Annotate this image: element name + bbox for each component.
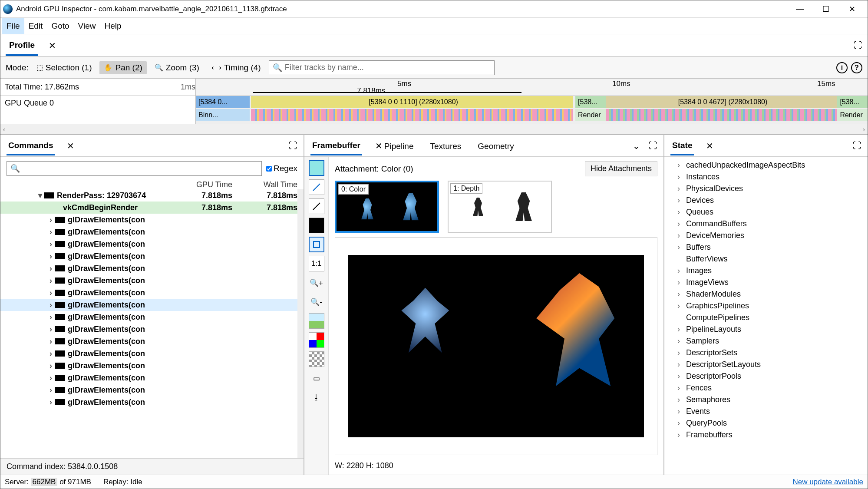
tool-fit-icon[interactable] — [309, 237, 324, 252]
state-item[interactable]: Instances — [664, 171, 868, 183]
gpu-queue-track[interactable]: [5384 0... Binn... [5384 0 0 1110] (2280… — [196, 96, 868, 124]
state-item[interactable]: Fences — [664, 382, 868, 394]
command-row[interactable]: glDrawElements(con — [0, 214, 304, 226]
tool-zoom-out-icon[interactable]: 🔍- — [309, 294, 324, 310]
tool-histogram-icon[interactable] — [309, 313, 324, 329]
expand-center-icon[interactable] — [649, 141, 657, 151]
command-row[interactable]: glDrawElements(con — [0, 238, 304, 250]
filter-tracks-input[interactable]: 🔍Filter tracks by name... — [269, 60, 495, 75]
commands-list[interactable]: RenderPass: 129703674 7.818ms7.818ms vkC… — [0, 189, 304, 458]
state-item[interactable]: cachedUnpackedImageAspectBits — [664, 159, 868, 171]
help-icon[interactable]: ? — [851, 62, 862, 73]
state-item[interactable]: QueryPools — [664, 417, 868, 429]
timeline-scrollbar[interactable]: ‹› — [0, 124, 868, 134]
expand-state-icon[interactable] — [853, 141, 861, 151]
mode-zoom[interactable]: 🔍Zoom (3) — [150, 61, 204, 74]
commands-search-input[interactable]: 🔍 — [7, 161, 262, 176]
commands-scrollbar[interactable] — [297, 189, 304, 458]
command-row[interactable]: glDrawElements(con — [0, 372, 304, 384]
seg-render2[interactable]: [538... — [837, 96, 868, 108]
tab-textures[interactable]: Textures — [428, 137, 463, 155]
attachment-thumb-color[interactable]: 0: Color — [335, 181, 439, 233]
tool-crop-icon[interactable]: ▭ — [309, 370, 324, 386]
command-row[interactable]: glDrawElements(con — [0, 360, 304, 372]
mode-timing[interactable]: ⟷Timing (4) — [207, 61, 265, 74]
tab-profile-close-icon[interactable]: ✕ — [49, 40, 56, 51]
command-row[interactable]: glDrawElements(con — [0, 287, 304, 299]
tab-commands-close-icon[interactable]: ✕ — [67, 141, 74, 151]
command-row[interactable]: glDrawElements(con — [0, 250, 304, 262]
state-item[interactable]: ShaderModules — [664, 288, 868, 300]
command-row[interactable]: glDrawElements(con — [0, 226, 304, 238]
close-button[interactable]: ✕ — [839, 0, 865, 17]
command-row[interactable]: glDrawElements(con — [0, 262, 304, 274]
expand-profile-icon[interactable] — [854, 40, 862, 50]
state-item[interactable]: ComputePipelines — [664, 312, 868, 324]
state-item[interactable]: Images — [664, 265, 868, 277]
command-row[interactable]: glDrawElements(con — [0, 311, 304, 323]
hide-attachments-button[interactable]: Hide Attachments — [585, 161, 657, 176]
tab-commands[interactable]: Commands — [7, 136, 55, 155]
tab-geometry[interactable]: Geometry — [476, 137, 515, 155]
mode-selection[interactable]: ⬚Selection (1) — [32, 61, 96, 74]
state-item[interactable]: PhysicalDevices — [664, 183, 868, 195]
tab-state[interactable]: State — [670, 136, 694, 155]
state-item[interactable]: DescriptorPools — [664, 370, 868, 382]
state-item[interactable]: Devices — [664, 195, 868, 206]
state-item[interactable]: Samplers — [664, 335, 868, 347]
seg-pass2[interactable]: [5384 0 0 4672] (2280x1080) — [606, 96, 838, 108]
update-link[interactable]: New update available — [792, 478, 863, 486]
tool-background-icon[interactable] — [309, 351, 324, 367]
seg-binning[interactable]: [5384 0... — [196, 96, 250, 108]
minimize-button[interactable]: — — [787, 0, 813, 17]
chevron-down-icon[interactable]: ⌄ — [633, 141, 640, 151]
state-item[interactable]: DescriptorSets — [664, 347, 868, 359]
menu-view[interactable]: View — [74, 18, 100, 34]
tool-solid-icon[interactable] — [309, 218, 324, 233]
command-row[interactable]: glDrawElements(con — [0, 335, 304, 347]
command-row[interactable]: glDrawElements(con — [0, 299, 304, 311]
state-tree[interactable]: cachedUnpackedImageAspectBitsInstancesPh… — [664, 157, 868, 475]
menu-file[interactable]: File — [2, 18, 24, 34]
framebuffer-view[interactable] — [335, 237, 657, 455]
tool-actual-size-icon[interactable]: 1:1 — [309, 256, 324, 271]
tool-color-channel-icon[interactable] — [309, 160, 324, 176]
command-row[interactable]: glDrawElements(con — [0, 274, 304, 287]
time-ruler[interactable]: 5ms 10ms 15ms 7.818ms — [196, 79, 868, 96]
state-item[interactable]: CommandBuffers — [664, 218, 868, 230]
state-item[interactable]: Queues — [664, 206, 868, 218]
state-item[interactable]: GraphicsPipelines — [664, 300, 868, 312]
state-item[interactable]: Events — [664, 406, 868, 417]
tab-framebuffer[interactable]: Framebuffer — [310, 136, 362, 155]
attachment-thumb-depth[interactable]: 1: Depth — [448, 181, 552, 233]
tab-profile[interactable]: Profile — [6, 35, 38, 56]
state-item[interactable]: BufferViews — [664, 253, 868, 265]
tab-framebuffer-close-icon[interactable]: ✕ — [375, 141, 383, 151]
tool-download-icon[interactable]: ⭳ — [309, 390, 324, 405]
tool-diagonal2-icon[interactable] — [309, 198, 324, 214]
state-item[interactable]: Buffers — [664, 241, 868, 253]
seg-render1[interactable]: [538... — [575, 96, 606, 108]
menu-edit[interactable]: Edit — [24, 18, 47, 34]
maximize-button[interactable]: ☐ — [813, 0, 839, 17]
tool-channels-icon[interactable] — [309, 332, 324, 348]
state-item[interactable]: ImageViews — [664, 277, 868, 288]
state-item[interactable]: Semaphores — [664, 394, 868, 406]
seg-main-pass[interactable]: [5384 0 0 1110] (2280x1080) — [251, 96, 574, 108]
state-item[interactable]: PipelineLayouts — [664, 324, 868, 335]
state-item[interactable]: DescriptorSetLayouts — [664, 359, 868, 370]
menu-help[interactable]: Help — [100, 18, 125, 34]
expand-commands-icon[interactable] — [289, 141, 297, 151]
info-icon[interactable]: i — [836, 62, 848, 73]
tool-diagonal1-icon[interactable] — [309, 179, 324, 195]
state-item[interactable]: Framebuffers — [664, 429, 868, 441]
tool-zoom-in-icon[interactable]: 🔍+ — [309, 275, 324, 291]
state-item[interactable]: DeviceMemories — [664, 230, 868, 241]
menu-goto[interactable]: Goto — [47, 18, 73, 34]
tab-pipeline[interactable]: Pipeline — [383, 137, 416, 155]
command-row[interactable]: glDrawElements(con — [0, 396, 304, 408]
command-row[interactable]: glDrawElements(con — [0, 384, 304, 396]
command-row[interactable]: glDrawElements(con — [0, 323, 304, 335]
command-row[interactable]: glDrawElements(con — [0, 347, 304, 360]
mode-pan[interactable]: ✋Pan (2) — [99, 61, 146, 74]
